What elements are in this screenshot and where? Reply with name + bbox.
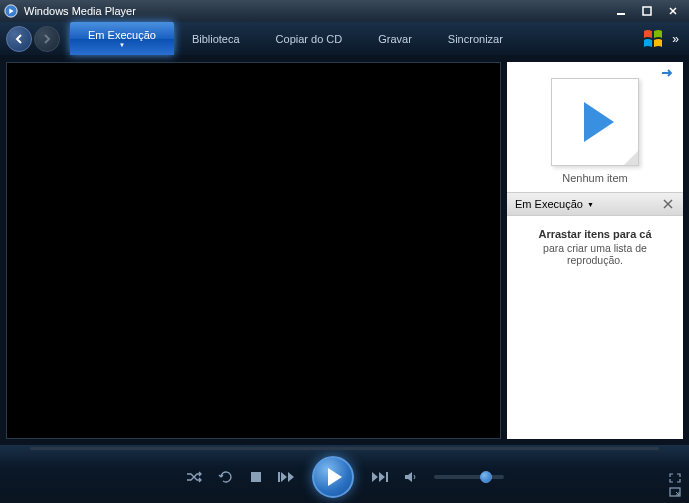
clear-list-icon[interactable] <box>661 197 675 211</box>
playlist-dropdown[interactable]: Em Execução ▼ <box>515 198 594 210</box>
video-canvas[interactable] <box>6 62 501 439</box>
minimize-button[interactable] <box>609 3 633 19</box>
tab-burn[interactable]: Gravar <box>360 22 430 55</box>
compact-mode-button[interactable] <box>669 487 681 497</box>
playlist-dropzone[interactable]: Arrastar itens para cá para criar uma li… <box>507 216 683 278</box>
chevron-down-icon: ▼ <box>119 42 125 48</box>
dropzone-title: Arrastar itens para cá <box>517 228 673 240</box>
tab-label: Biblioteca <box>192 33 240 45</box>
main-area: Nenhum item Em Execução ▼ Arrastar itens… <box>0 56 689 445</box>
tab-label: Gravar <box>378 33 412 45</box>
no-item-label: Nenhum item <box>515 172 675 184</box>
close-button[interactable] <box>661 3 685 19</box>
tab-label: Copiar do CD <box>276 33 343 45</box>
app-icon <box>4 4 18 18</box>
album-art-placeholder <box>551 78 639 166</box>
svg-rect-8 <box>278 472 280 482</box>
seek-slider[interactable] <box>30 447 659 450</box>
tab-rip[interactable]: Copiar do CD <box>258 22 361 55</box>
stop-button[interactable] <box>250 471 262 483</box>
window-title: Windows Media Player <box>24 5 136 17</box>
play-icon <box>328 468 342 486</box>
forward-button[interactable] <box>34 26 60 52</box>
back-button[interactable] <box>6 26 32 52</box>
playlist-selector-bar: Em Execução ▼ <box>507 192 683 216</box>
toolbar: Em Execução ▼ Biblioteca Copiar do CD Gr… <box>0 22 689 56</box>
mute-button[interactable] <box>404 471 418 483</box>
playlist-pane: Nenhum item Em Execução ▼ Arrastar itens… <box>507 62 683 439</box>
titlebar: Windows Media Player <box>0 0 689 22</box>
svg-rect-9 <box>386 472 388 482</box>
shuffle-button[interactable] <box>186 470 202 484</box>
tab-now-playing[interactable]: Em Execução ▼ <box>70 22 174 55</box>
repeat-button[interactable] <box>218 470 234 484</box>
overflow-button[interactable]: » <box>668 32 683 46</box>
playback-controls <box>0 445 689 503</box>
svg-rect-7 <box>251 472 261 482</box>
volume-thumb[interactable] <box>480 471 492 483</box>
tab-label: Sincronizar <box>448 33 503 45</box>
windows-logo-icon[interactable] <box>642 28 664 50</box>
tab-sync[interactable]: Sincronizar <box>430 22 521 55</box>
tab-label: Em Execução <box>88 29 156 41</box>
previous-button[interactable] <box>278 471 296 483</box>
fullscreen-button[interactable] <box>669 473 681 483</box>
playlist-dropdown-label: Em Execução <box>515 198 583 210</box>
next-button[interactable] <box>370 471 388 483</box>
detach-icon[interactable] <box>661 68 675 78</box>
tab-library[interactable]: Biblioteca <box>174 22 258 55</box>
svg-rect-2 <box>643 7 651 15</box>
play-icon <box>584 102 614 142</box>
volume-slider[interactable] <box>434 475 504 479</box>
chevron-down-icon: ▼ <box>587 201 594 208</box>
play-button[interactable] <box>312 456 354 498</box>
maximize-button[interactable] <box>635 3 659 19</box>
dropzone-subtitle: para criar uma lista de reprodução. <box>543 242 647 266</box>
